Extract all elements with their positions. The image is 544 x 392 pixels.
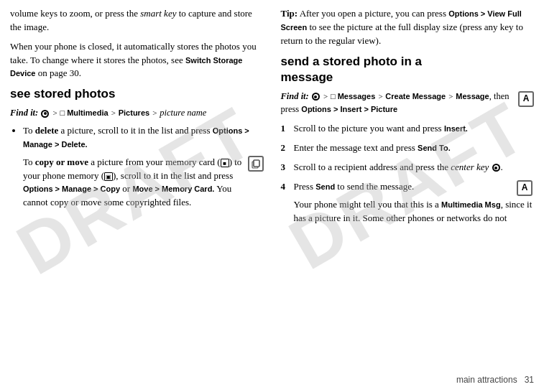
step-2-num: 2 xyxy=(281,140,294,159)
bullet-copy-move: To copy or move a picture from your memo… xyxy=(10,156,264,210)
step-4-content: Press Send to send the message. A Your p… xyxy=(294,179,535,230)
step-4-num: 4 xyxy=(281,179,294,230)
copy-icon-badge xyxy=(248,156,264,172)
step-3-num: 3 xyxy=(281,159,294,179)
icon-a-badge: A xyxy=(518,91,534,107)
step-2-content: Enter the message text and press Send To… xyxy=(294,140,535,159)
bullet-delete: To delete a picture, scroll to it in the… xyxy=(23,124,264,151)
section-heading-stored-photos: see stored photos xyxy=(10,86,264,102)
step-3-row: 3 Scroll to a recipient address and pres… xyxy=(281,159,535,179)
svg-rect-1 xyxy=(254,160,259,167)
section-heading-send-photo: send a stored photo in amessage xyxy=(281,54,535,85)
step-4-sub: Your phone might tell you that this is a… xyxy=(294,198,533,225)
find-it-send-photo: Find it: > □ Messages > Create Message >… xyxy=(281,90,515,117)
step-1-content: Scroll to the picture you want and press… xyxy=(294,121,535,140)
step-2-row: 2 Enter the message text and press Send … xyxy=(281,140,535,159)
page-footer: main attractions 31 xyxy=(456,374,534,386)
steps-table: 1 Scroll to the picture you want and pre… xyxy=(281,121,535,229)
center-key-icon2 xyxy=(312,93,320,101)
icon-a-badge-2: A xyxy=(517,180,533,196)
storage-paragraph: When your phone is closed, it automatica… xyxy=(10,40,264,81)
page-num: 31 xyxy=(525,375,534,385)
center-key-icon xyxy=(41,110,49,118)
bullet-list: To delete a picture, scroll to it in the… xyxy=(23,124,264,210)
tip-paragraph: Tip: After you open a picture, you can p… xyxy=(281,7,535,48)
step-1-num: 1 xyxy=(281,121,294,140)
find-it-stored-photos: Find it: > □ Multimedia > Pictures > pic… xyxy=(10,106,264,120)
page-label: main attractions xyxy=(456,375,517,385)
step-3-content: Scroll to a recipient address and press … xyxy=(294,159,535,179)
step-1-row: 1 Scroll to the picture you want and pre… xyxy=(281,121,535,140)
intro-paragraph: volume keys to zoom, or press the smart … xyxy=(10,7,264,34)
step-4-row: 4 Press Send to send the message. A Your… xyxy=(281,179,535,230)
